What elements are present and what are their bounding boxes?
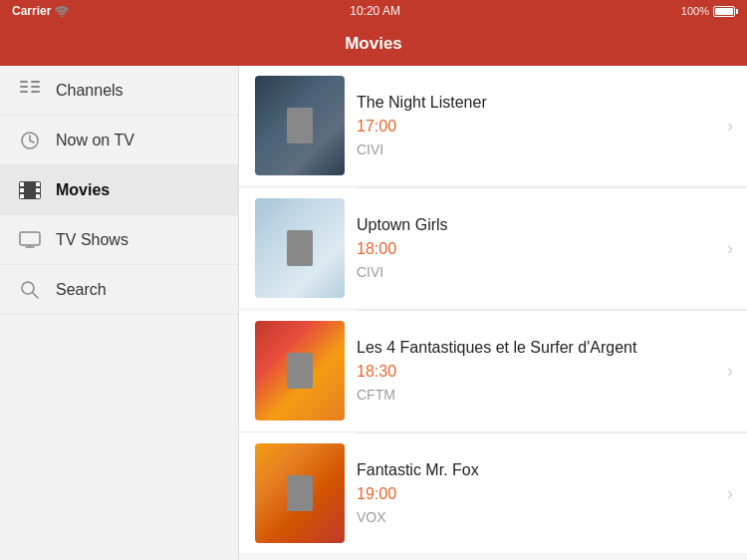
svg-line-21 (33, 293, 38, 298)
svg-rect-12 (20, 188, 24, 192)
sidebar-item-channels[interactable]: Channels (0, 66, 238, 116)
svg-point-0 (61, 15, 64, 17)
svg-rect-23 (287, 230, 313, 266)
svg-rect-6 (31, 91, 40, 93)
svg-rect-5 (31, 86, 40, 88)
clock-icon (16, 127, 44, 154)
channels-label: Channels (56, 82, 124, 100)
movie-channel-3: VOX (357, 509, 707, 525)
movie-info-0: The Night Listener 17:00 CIVI (357, 66, 747, 185)
movie-title-3: Fantastic Mr. Fox (357, 461, 707, 479)
chevron-icon-1: › (727, 238, 733, 259)
search-label: Search (56, 281, 107, 299)
movies-label: Movies (56, 181, 110, 199)
status-bar-left: Carrier (12, 4, 69, 18)
tv-icon (16, 226, 44, 254)
sidebar-item-tv-shows[interactable]: TV Shows (0, 215, 238, 265)
chevron-icon-3: › (727, 483, 733, 504)
svg-rect-2 (20, 86, 28, 88)
movie-title-2: Les 4 Fantastiques et le Surfer d'Argent (357, 339, 707, 357)
svg-point-20 (22, 282, 34, 294)
status-bar-right: 100% (681, 5, 735, 17)
svg-rect-4 (31, 81, 40, 83)
svg-rect-16 (36, 194, 40, 198)
app-header: Movies (0, 22, 747, 66)
wifi-icon (55, 6, 69, 17)
svg-rect-17 (20, 232, 40, 245)
main-layout: Channels Now on TV (0, 66, 747, 560)
svg-rect-24 (287, 353, 313, 389)
sidebar-item-now-on-tv[interactable]: Now on TV (0, 116, 238, 165)
movie-poster-2 (255, 321, 345, 420)
grid-icon (16, 77, 44, 105)
svg-rect-25 (287, 475, 313, 511)
movie-poster-0 (255, 76, 345, 175)
movie-channel-0: CIVI (357, 141, 707, 157)
movie-poster-3 (255, 443, 345, 543)
movie-channel-2: CFTM (357, 387, 707, 403)
movie-time-0: 17:00 (357, 118, 707, 136)
movie-item-1[interactable]: Uptown Girls 18:00 CIVI › (239, 188, 747, 308)
movie-time-1: 18:00 (357, 240, 707, 258)
movie-item-2[interactable]: Les 4 Fantastiques et le Surfer d'Argent… (239, 311, 747, 430)
status-bar-time: 10:20 AM (350, 4, 400, 18)
svg-rect-11 (20, 182, 24, 186)
sidebar-item-search[interactable]: Search (0, 265, 238, 315)
page-title: Movies (345, 34, 402, 54)
battery-percent: 100% (681, 5, 709, 17)
movie-item-0[interactable]: The Night Listener 17:00 CIVI › (239, 66, 747, 185)
svg-line-9 (30, 140, 34, 142)
svg-rect-3 (20, 91, 28, 93)
movie-title-0: The Night Listener (357, 94, 707, 112)
carrier-label: Carrier (12, 4, 51, 18)
svg-rect-22 (287, 108, 313, 143)
chevron-icon-0: › (727, 116, 733, 137)
movie-time-2: 18:30 (357, 363, 707, 381)
movie-title-1: Uptown Girls (357, 216, 707, 234)
svg-rect-14 (36, 182, 40, 186)
film-icon (16, 176, 44, 204)
sidebar-item-movies[interactable]: Movies (0, 165, 238, 215)
svg-rect-1 (20, 81, 28, 83)
search-icon (16, 276, 44, 304)
svg-rect-13 (20, 194, 24, 198)
movie-info-2: Les 4 Fantastiques et le Surfer d'Argent… (357, 311, 747, 430)
movie-info-3: Fantastic Mr. Fox 19:00 VOX (357, 433, 747, 553)
chevron-icon-2: › (727, 361, 733, 382)
movie-channel-1: CIVI (357, 264, 707, 280)
now-on-tv-label: Now on TV (56, 132, 134, 149)
status-bar: Carrier 10:20 AM 100% (0, 0, 747, 22)
movie-time-3: 19:00 (357, 485, 707, 503)
svg-rect-15 (36, 188, 40, 192)
battery-icon (713, 6, 735, 17)
sidebar: Channels Now on TV (0, 66, 239, 560)
movie-info-1: Uptown Girls 18:00 CIVI (357, 188, 747, 308)
movie-item-3[interactable]: Fantastic Mr. Fox 19:00 VOX › (239, 433, 747, 553)
tv-shows-label: TV Shows (56, 231, 128, 249)
movie-list: The Night Listener 17:00 CIVI › Uptown G… (239, 66, 747, 560)
movie-poster-1 (255, 198, 345, 298)
